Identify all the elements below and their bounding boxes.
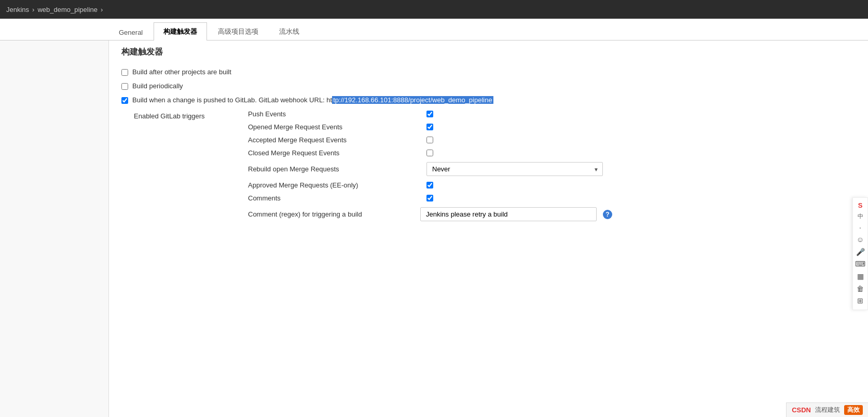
checkbox-accepted-merge[interactable] [426,137,433,143]
breadcrumb-sep2: › [101,6,103,14]
tab-triggers[interactable]: 构建触发器 [154,22,207,41]
breadcrumb-sep1: › [32,6,34,14]
breadcrumb-bar: Jenkins › web_demo_pipeline › [0,0,868,19]
label-approved-merge: Approved Merge Requests (EE-only) [248,181,414,189]
tab-pipeline[interactable]: 流水线 [269,22,309,41]
checkbox-push-events[interactable] [426,111,433,117]
checkbox-build-after[interactable] [121,69,128,76]
gitlab-option-opened-merge: Opened Merge Request Events [248,123,856,131]
checkbox-build-periodically[interactable] [121,83,128,90]
toolbar-icon-mic[interactable]: 🎤 [856,247,865,258]
select-rebuild-open[interactable]: Never On push to source branch On push t… [426,162,603,176]
brand-sub: 流程建筑 [815,406,840,414]
gitlab-section-label: Enabled GitLab triggers [134,110,248,226]
right-toolbar: S 中 · ☺ 🎤 ⌨ ▦ 🗑 ⊞ [852,197,868,310]
gitlab-url-highlight: tp://192.168.66.101:8888/project/web_dem… [332,96,493,104]
label-build-after: Build after other projects are built [132,68,231,76]
checkbox-approved-merge[interactable] [426,182,433,189]
input-comment-regex[interactable] [420,207,597,221]
checkbox-closed-merge[interactable] [426,150,433,156]
content-panel: 构建触发器 Build after other projects are bui… [109,41,868,417]
section-heading: 构建触发器 [121,47,856,61]
trigger-row-build-periodically: Build periodically [121,82,856,90]
tab-advanced[interactable]: 高级项目选项 [208,22,268,41]
label-opened-merge: Opened Merge Request Events [248,123,414,131]
gitlab-option-push-events: Push Events [248,110,856,118]
toolbar-icon-keyboard[interactable]: ⌨ [855,259,865,270]
toolbar-icon-trash[interactable]: 🗑 [857,284,864,294]
label-build-periodically: Build periodically [132,82,183,90]
sidebar [0,41,109,417]
tabs-bar: General 构建触发器 高级项目选项 流水线 [0,19,868,41]
toolbar-icon-grid[interactable]: ⊞ [857,296,863,306]
gitlab-option-approved-merge: Approved Merge Requests (EE-only) [248,181,856,189]
checkbox-comments[interactable] [426,195,433,201]
toolbar-icon-zh[interactable]: 中 [858,212,863,220]
label-comments: Comments [248,194,414,202]
tab-general[interactable]: General [109,24,153,41]
checkbox-build-gitlab[interactable] [121,97,128,104]
breadcrumb-jenkins[interactable]: Jenkins [6,6,29,14]
toolbar-icon-s[interactable]: S [858,201,863,210]
trigger-row-build-gitlab: Build when a change is pushed to GitLab.… [121,96,856,104]
breadcrumb-pipeline[interactable]: web_demo_pipeline [37,6,98,14]
checkbox-opened-merge[interactable] [426,124,433,130]
gitlab-option-comments: Comments [248,194,856,202]
comment-regex-row: Comment (regex) for triggering a build ? [248,207,856,221]
label-rebuild-open: Rebuild open Merge Requests [248,165,414,173]
toolbar-icon-table[interactable]: ▦ [857,272,864,282]
brand-logo: CSDN [792,406,811,414]
toolbar-icon-smile[interactable]: ☺ [857,235,864,245]
gitlab-options: Push Events Opened Merge Request Events … [248,110,856,226]
bottom-bar: CSDN 流程建筑 高效 [786,402,868,417]
select-wrap-rebuild: Never On push to source branch On push t… [426,162,603,176]
gitlab-option-accepted-merge: Accepted Merge Request Events [248,136,856,144]
label-build-gitlab: Build when a change is pushed to GitLab.… [132,96,493,104]
gitlab-section: Enabled GitLab triggers Push Events Open… [134,110,856,226]
bottom-badge: 高效 [844,405,863,415]
label-accepted-merge: Accepted Merge Request Events [248,136,414,144]
main-content: 构建触发器 Build after other projects are bui… [0,41,868,417]
gitlab-option-rebuild-open: Rebuild open Merge Requests Never On pus… [248,162,856,176]
label-push-events: Push Events [248,110,414,118]
trigger-row-build-after: Build after other projects are built [121,68,856,76]
label-comment-regex: Comment (regex) for triggering a build [248,210,414,218]
label-closed-merge: Closed Merge Request Events [248,149,414,157]
help-icon[interactable]: ? [603,210,612,219]
gitlab-option-closed-merge: Closed Merge Request Events [248,149,856,157]
toolbar-icon-dot[interactable]: · [859,223,861,233]
